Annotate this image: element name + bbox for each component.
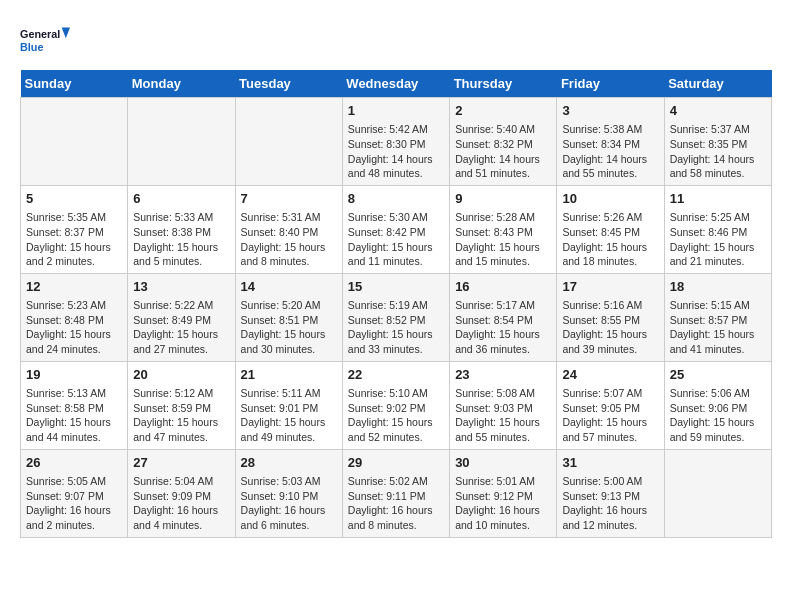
week-row-1: 1Sunrise: 5:42 AM Sunset: 8:30 PM Daylig… — [21, 98, 772, 186]
header: General Blue — [20, 20, 772, 60]
day-content: Sunrise: 5:10 AM Sunset: 9:02 PM Dayligh… — [348, 386, 444, 445]
day-cell: 18Sunrise: 5:15 AM Sunset: 8:57 PM Dayli… — [664, 273, 771, 361]
day-cell: 21Sunrise: 5:11 AM Sunset: 9:01 PM Dayli… — [235, 361, 342, 449]
day-cell: 13Sunrise: 5:22 AM Sunset: 8:49 PM Dayli… — [128, 273, 235, 361]
day-number: 30 — [455, 454, 551, 472]
day-number: 17 — [562, 278, 658, 296]
day-number: 9 — [455, 190, 551, 208]
day-number: 14 — [241, 278, 337, 296]
day-number: 31 — [562, 454, 658, 472]
day-content: Sunrise: 5:25 AM Sunset: 8:46 PM Dayligh… — [670, 210, 766, 269]
svg-marker-2 — [62, 28, 70, 39]
day-cell: 7Sunrise: 5:31 AM Sunset: 8:40 PM Daylig… — [235, 185, 342, 273]
day-cell: 5Sunrise: 5:35 AM Sunset: 8:37 PM Daylig… — [21, 185, 128, 273]
day-cell: 25Sunrise: 5:06 AM Sunset: 9:06 PM Dayli… — [664, 361, 771, 449]
week-row-3: 12Sunrise: 5:23 AM Sunset: 8:48 PM Dayli… — [21, 273, 772, 361]
day-cell: 12Sunrise: 5:23 AM Sunset: 8:48 PM Dayli… — [21, 273, 128, 361]
day-header-sunday: Sunday — [21, 70, 128, 98]
day-number: 1 — [348, 102, 444, 120]
day-content: Sunrise: 5:19 AM Sunset: 8:52 PM Dayligh… — [348, 298, 444, 357]
day-number: 21 — [241, 366, 337, 384]
day-content: Sunrise: 5:13 AM Sunset: 8:58 PM Dayligh… — [26, 386, 122, 445]
day-number: 6 — [133, 190, 229, 208]
day-number: 8 — [348, 190, 444, 208]
day-cell: 20Sunrise: 5:12 AM Sunset: 8:59 PM Dayli… — [128, 361, 235, 449]
calendar-table: SundayMondayTuesdayWednesdayThursdayFrid… — [20, 70, 772, 538]
day-content: Sunrise: 5:05 AM Sunset: 9:07 PM Dayligh… — [26, 474, 122, 533]
day-number: 28 — [241, 454, 337, 472]
day-cell — [664, 449, 771, 537]
day-content: Sunrise: 5:37 AM Sunset: 8:35 PM Dayligh… — [670, 122, 766, 181]
day-header-monday: Monday — [128, 70, 235, 98]
day-content: Sunrise: 5:12 AM Sunset: 8:59 PM Dayligh… — [133, 386, 229, 445]
day-content: Sunrise: 5:31 AM Sunset: 8:40 PM Dayligh… — [241, 210, 337, 269]
day-cell: 17Sunrise: 5:16 AM Sunset: 8:55 PM Dayli… — [557, 273, 664, 361]
day-number: 11 — [670, 190, 766, 208]
day-number: 22 — [348, 366, 444, 384]
day-cell: 8Sunrise: 5:30 AM Sunset: 8:42 PM Daylig… — [342, 185, 449, 273]
day-cell: 6Sunrise: 5:33 AM Sunset: 8:38 PM Daylig… — [128, 185, 235, 273]
day-number: 12 — [26, 278, 122, 296]
day-header-tuesday: Tuesday — [235, 70, 342, 98]
day-content: Sunrise: 5:06 AM Sunset: 9:06 PM Dayligh… — [670, 386, 766, 445]
day-cell: 3Sunrise: 5:38 AM Sunset: 8:34 PM Daylig… — [557, 98, 664, 186]
day-number: 2 — [455, 102, 551, 120]
day-cell: 16Sunrise: 5:17 AM Sunset: 8:54 PM Dayli… — [450, 273, 557, 361]
week-row-2: 5Sunrise: 5:35 AM Sunset: 8:37 PM Daylig… — [21, 185, 772, 273]
week-row-4: 19Sunrise: 5:13 AM Sunset: 8:58 PM Dayli… — [21, 361, 772, 449]
day-content: Sunrise: 5:28 AM Sunset: 8:43 PM Dayligh… — [455, 210, 551, 269]
day-header-friday: Friday — [557, 70, 664, 98]
day-cell: 26Sunrise: 5:05 AM Sunset: 9:07 PM Dayli… — [21, 449, 128, 537]
day-cell: 15Sunrise: 5:19 AM Sunset: 8:52 PM Dayli… — [342, 273, 449, 361]
day-content: Sunrise: 5:20 AM Sunset: 8:51 PM Dayligh… — [241, 298, 337, 357]
day-content: Sunrise: 5:26 AM Sunset: 8:45 PM Dayligh… — [562, 210, 658, 269]
day-cell: 28Sunrise: 5:03 AM Sunset: 9:10 PM Dayli… — [235, 449, 342, 537]
day-number: 16 — [455, 278, 551, 296]
day-number: 19 — [26, 366, 122, 384]
logo: General Blue — [20, 20, 70, 60]
day-content: Sunrise: 5:38 AM Sunset: 8:34 PM Dayligh… — [562, 122, 658, 181]
day-cell: 2Sunrise: 5:40 AM Sunset: 8:32 PM Daylig… — [450, 98, 557, 186]
week-row-5: 26Sunrise: 5:05 AM Sunset: 9:07 PM Dayli… — [21, 449, 772, 537]
day-cell: 24Sunrise: 5:07 AM Sunset: 9:05 PM Dayli… — [557, 361, 664, 449]
day-number: 15 — [348, 278, 444, 296]
day-cell: 30Sunrise: 5:01 AM Sunset: 9:12 PM Dayli… — [450, 449, 557, 537]
day-number: 7 — [241, 190, 337, 208]
logo-svg: General Blue — [20, 20, 70, 60]
day-cell: 10Sunrise: 5:26 AM Sunset: 8:45 PM Dayli… — [557, 185, 664, 273]
day-header-wednesday: Wednesday — [342, 70, 449, 98]
day-number: 25 — [670, 366, 766, 384]
day-cell: 22Sunrise: 5:10 AM Sunset: 9:02 PM Dayli… — [342, 361, 449, 449]
day-header-thursday: Thursday — [450, 70, 557, 98]
day-number: 18 — [670, 278, 766, 296]
day-number: 23 — [455, 366, 551, 384]
day-number: 20 — [133, 366, 229, 384]
day-header-saturday: Saturday — [664, 70, 771, 98]
day-cell: 14Sunrise: 5:20 AM Sunset: 8:51 PM Dayli… — [235, 273, 342, 361]
day-cell: 19Sunrise: 5:13 AM Sunset: 8:58 PM Dayli… — [21, 361, 128, 449]
day-content: Sunrise: 5:11 AM Sunset: 9:01 PM Dayligh… — [241, 386, 337, 445]
day-content: Sunrise: 5:15 AM Sunset: 8:57 PM Dayligh… — [670, 298, 766, 357]
day-content: Sunrise: 5:00 AM Sunset: 9:13 PM Dayligh… — [562, 474, 658, 533]
day-number: 10 — [562, 190, 658, 208]
day-cell: 1Sunrise: 5:42 AM Sunset: 8:30 PM Daylig… — [342, 98, 449, 186]
day-cell: 4Sunrise: 5:37 AM Sunset: 8:35 PM Daylig… — [664, 98, 771, 186]
day-cell: 31Sunrise: 5:00 AM Sunset: 9:13 PM Dayli… — [557, 449, 664, 537]
day-cell — [235, 98, 342, 186]
day-number: 27 — [133, 454, 229, 472]
day-content: Sunrise: 5:35 AM Sunset: 8:37 PM Dayligh… — [26, 210, 122, 269]
day-content: Sunrise: 5:42 AM Sunset: 8:30 PM Dayligh… — [348, 122, 444, 181]
day-content: Sunrise: 5:01 AM Sunset: 9:12 PM Dayligh… — [455, 474, 551, 533]
day-content: Sunrise: 5:08 AM Sunset: 9:03 PM Dayligh… — [455, 386, 551, 445]
day-content: Sunrise: 5:04 AM Sunset: 9:09 PM Dayligh… — [133, 474, 229, 533]
day-cell: 27Sunrise: 5:04 AM Sunset: 9:09 PM Dayli… — [128, 449, 235, 537]
svg-text:Blue: Blue — [20, 41, 43, 53]
day-content: Sunrise: 5:02 AM Sunset: 9:11 PM Dayligh… — [348, 474, 444, 533]
day-cell: 11Sunrise: 5:25 AM Sunset: 8:46 PM Dayli… — [664, 185, 771, 273]
day-number: 3 — [562, 102, 658, 120]
day-content: Sunrise: 5:17 AM Sunset: 8:54 PM Dayligh… — [455, 298, 551, 357]
day-number: 24 — [562, 366, 658, 384]
day-content: Sunrise: 5:23 AM Sunset: 8:48 PM Dayligh… — [26, 298, 122, 357]
day-number: 4 — [670, 102, 766, 120]
day-content: Sunrise: 5:03 AM Sunset: 9:10 PM Dayligh… — [241, 474, 337, 533]
